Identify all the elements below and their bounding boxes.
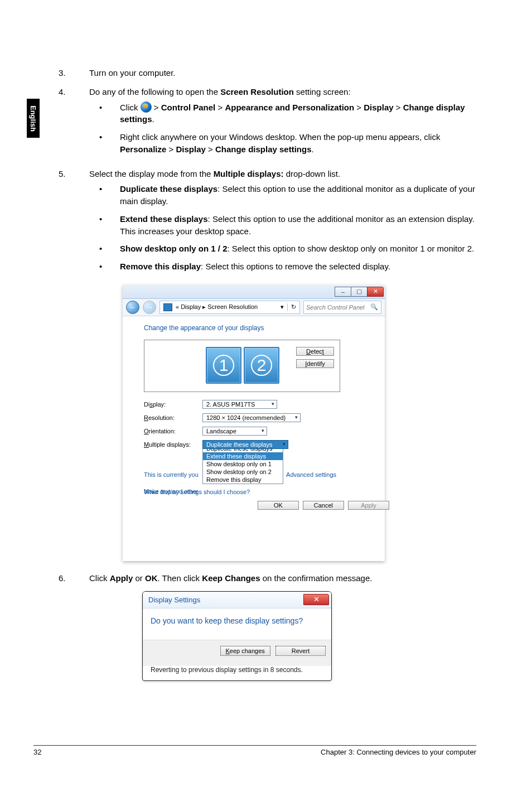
close-button[interactable]: ✕: [303, 594, 329, 605]
separator: [287, 303, 288, 311]
bold: Apply: [110, 573, 133, 583]
resolution-label: Resolution:: [144, 414, 202, 421]
multiple-displays-dropdown[interactable]: Duplicate these displays Extend these di…: [202, 445, 283, 484]
refresh-icon[interactable]: ↻: [291, 303, 296, 311]
bullet: •: [89, 102, 120, 126]
monitor-2[interactable]: 2: [244, 347, 279, 384]
option-name: Extend these displays: [120, 214, 208, 224]
path-part: Display: [176, 144, 205, 154]
monitor-1[interactable]: 1: [206, 347, 241, 384]
search-placeholder: Search Control Panel: [306, 304, 365, 311]
text: Click: [89, 573, 110, 583]
multiple-displays-label: Multiple displays:: [144, 441, 202, 448]
apply-button[interactable]: Apply: [348, 501, 389, 510]
bullet: •: [89, 243, 120, 255]
dropdown-option[interactable]: Show desktop only on 1: [203, 460, 283, 468]
step-bold: Screen Resolution: [220, 87, 294, 96]
option-desc: : Select this options to remove the sele…: [201, 262, 390, 271]
advanced-settings-link[interactable]: Advanced settings: [286, 471, 336, 478]
current-main-text: This is currently you: [144, 471, 199, 478]
path-part: Personalize: [120, 144, 166, 154]
dropdown-option[interactable]: Extend these displays: [203, 452, 283, 460]
option-name: Remove this display: [120, 262, 201, 271]
option-name: Duplicate these displays: [120, 184, 217, 194]
dialog-title: Display Settings: [148, 596, 200, 604]
monitor-preview[interactable]: 1 2 Detect Identify: [144, 340, 340, 392]
step-number: 3.: [59, 67, 89, 79]
orientation-label: Orientation:: [144, 428, 202, 434]
multiple-displays-select[interactable]: Duplicate these displays: [202, 440, 288, 449]
start-orb-icon: [141, 102, 152, 113]
text: >: [152, 103, 161, 112]
step-number: 5.: [59, 168, 89, 278]
ok-button[interactable]: OK: [258, 501, 299, 510]
bold: Keep Changes: [202, 573, 260, 583]
close-button[interactable]: ✕: [367, 287, 384, 297]
document-page: 3. Turn on your computer. 4. Do any of t…: [0, 0, 532, 775]
step-text: Do any of the following to open the: [89, 87, 220, 96]
path-part: Appearance and Personalization: [225, 103, 354, 112]
path-part: Control Panel: [161, 103, 216, 112]
nav-back-button[interactable]: ←: [126, 301, 139, 314]
step-bold: Multiple displays:: [214, 169, 284, 178]
dropdown-option[interactable]: Show desktop only on 2: [203, 468, 283, 476]
bullet: •: [89, 183, 120, 207]
revert-button[interactable]: Revert: [275, 646, 326, 656]
text: >: [394, 103, 403, 112]
identify-button[interactable]: Identify: [296, 359, 334, 368]
chapter-title: Chapter 3: Connecting devices to your co…: [321, 748, 476, 756]
dropdown-option[interactable]: Remove this display: [203, 476, 283, 484]
dialog-question: Do you want to keep these display settin…: [143, 608, 331, 640]
step-text: Select the display mode from the: [89, 169, 214, 178]
text-size-link[interactable]: Make text and other: [144, 488, 198, 495]
bold: OK: [145, 573, 158, 583]
text: >: [166, 144, 176, 154]
chevron-down-icon[interactable]: ▾: [280, 303, 284, 311]
monitor-icon: [163, 303, 172, 311]
step-text: Turn on your computer.: [89, 67, 476, 79]
text: Click: [120, 103, 141, 112]
step-number: 4.: [59, 86, 89, 161]
dialog-titlebar: Display Settings ✕: [143, 592, 331, 608]
resolution-select[interactable]: 1280 × 1024 (recommended): [202, 413, 301, 422]
page-number: 32: [33, 748, 41, 756]
page-footer: 32 Chapter 3: Connecting devices to your…: [33, 745, 476, 756]
bullet: •: [89, 260, 120, 273]
path-part: Change display settings: [215, 144, 312, 154]
text: .: [152, 114, 154, 124]
text: or: [133, 573, 145, 583]
display-select[interactable]: 2. ASUS PM17TS: [202, 400, 277, 409]
screen-resolution-window: – ▢ ✕ ← → « Display ▸ Screen Resolution …: [123, 285, 385, 561]
step-text: drop-down list.: [283, 169, 340, 178]
detect-button[interactable]: Detect: [296, 347, 334, 356]
breadcrumb: « Display ▸ Screen Resolution: [176, 303, 258, 311]
text: Right click anywhere on your Windows des…: [120, 132, 440, 142]
maximize-button[interactable]: ▢: [351, 287, 367, 297]
display-settings-dialog: Display Settings ✕ Do you want to keep t…: [142, 591, 332, 681]
step-text: setting screen:: [294, 87, 351, 96]
option-desc: : Select this option to show desktop onl…: [228, 244, 475, 253]
bullet: •: [89, 131, 120, 156]
text: >: [354, 103, 364, 112]
nav-forward-button[interactable]: →: [143, 301, 156, 314]
address-bar[interactable]: « Display ▸ Screen Resolution ▾ ↻: [159, 301, 300, 314]
option-name: Show desktop only on 1 / 2: [120, 244, 228, 253]
content-heading: Change the appearance of your displays: [144, 324, 385, 332]
window-toolbar: ← → « Display ▸ Screen Resolution ▾ ↻ Se…: [123, 299, 385, 316]
text: >: [206, 144, 215, 154]
text: >: [215, 103, 225, 112]
step-number: 6.: [59, 572, 89, 584]
text: . Then click: [158, 573, 202, 583]
bullet: •: [89, 213, 120, 238]
text: .: [312, 144, 314, 154]
minimize-button[interactable]: –: [335, 287, 351, 297]
path-part: Display: [364, 103, 393, 112]
orientation-select[interactable]: Landscape: [202, 427, 267, 436]
search-input[interactable]: Search Control Panel: [303, 301, 381, 314]
dialog-footer-text: Reverting to previous display settings i…: [143, 666, 331, 680]
window-titlebar: – ▢ ✕: [123, 285, 385, 299]
keep-changes-button[interactable]: Keep changes: [220, 646, 270, 656]
cancel-button[interactable]: Cancel: [303, 501, 344, 510]
display-label: Display:: [144, 401, 202, 408]
text: on the confirmation message.: [260, 573, 373, 583]
